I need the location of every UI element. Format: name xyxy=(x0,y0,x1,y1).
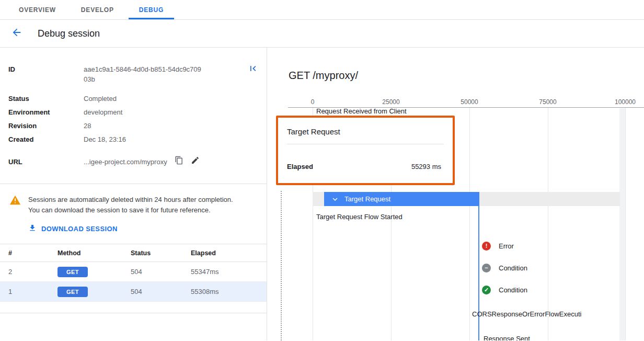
collapse-panel-button[interactable] xyxy=(248,63,258,76)
field-url-value: ...igee-project.com/myproxy xyxy=(84,157,167,167)
field-created-value: Dec 18, 23:16 xyxy=(84,134,126,144)
retention-notice: Sessions are automatically deleted withi… xyxy=(0,184,267,244)
field-environment: Environment development xyxy=(8,107,258,117)
flow-started-label: Target Request Flow Started xyxy=(316,213,402,221)
legend-condition-skipped: − Condition xyxy=(482,264,527,272)
chevron-down-icon xyxy=(330,195,340,204)
retention-notice-text: Sessions are automatically deleted withi… xyxy=(28,195,244,215)
col-elapsed: Elapsed xyxy=(191,249,258,257)
axis-tick-0: 0 xyxy=(311,98,315,106)
row-elapsed: 55308ms xyxy=(191,288,258,295)
tab-overview-label: OVERVIEW xyxy=(19,6,56,14)
row-status: 504 xyxy=(131,268,191,276)
error-icon: ! xyxy=(482,242,491,251)
top-tab-bar: OVERVIEW DEVELOP DEBUG xyxy=(0,0,644,20)
row-status: 504 xyxy=(131,288,191,295)
legend-error: ! Error xyxy=(482,242,514,251)
method-badge: GET xyxy=(58,287,88,297)
trace-scrollbar[interactable] xyxy=(619,108,625,340)
legend-condition-passed-label: Condition xyxy=(499,286,527,294)
callout-elapsed-value: 55293 ms xyxy=(411,163,441,170)
copy-icon xyxy=(175,156,183,167)
axis-tick-100000: 100000 xyxy=(615,98,636,106)
tab-debug-label: DEBUG xyxy=(139,6,164,14)
phase-bar-label: Target Request xyxy=(344,195,390,203)
response-sent-label: Response Sent xyxy=(484,335,530,340)
axis-tick-50000: 50000 xyxy=(461,98,478,106)
row-elapsed: 55347ms xyxy=(191,268,258,276)
session-panel: ID aae1c9a1-5846-4d0d-b851-54dc9c70903b … xyxy=(0,48,267,340)
col-method: Method xyxy=(58,249,131,257)
page-title: Debug session xyxy=(38,28,100,39)
axis-tick-75000: 75000 xyxy=(539,98,556,106)
field-id: ID aae1c9a1-5846-4d0d-b851-54dc9c70903b xyxy=(8,64,258,84)
field-revision-label: Revision xyxy=(8,121,84,131)
trace-panel: GET /myproxy/ 0 25000 50000 75000 100000… xyxy=(267,48,644,340)
cors-flow-label: CORSResponseOrErrorFlowExecuti xyxy=(472,310,582,318)
download-session-button[interactable]: DOWNLOAD SESSION xyxy=(28,224,118,234)
pencil-icon xyxy=(191,156,200,167)
target-request-phase-bar[interactable]: Target Request xyxy=(324,192,479,206)
field-environment-label: Environment xyxy=(8,107,84,117)
request-received-label: Request Received from Client xyxy=(316,107,407,115)
gridline xyxy=(548,108,548,340)
copy-url-button[interactable] xyxy=(175,156,183,167)
collapse-left-icon xyxy=(248,66,258,75)
legend-condition-passed: ✓ Condition xyxy=(482,286,527,294)
download-icon xyxy=(28,224,37,234)
gridline xyxy=(625,108,626,340)
gridline xyxy=(469,108,470,340)
tab-overview[interactable]: OVERVIEW xyxy=(6,0,68,19)
col-number: # xyxy=(8,249,58,257)
field-created-label: Created xyxy=(8,134,84,144)
callout-title: Target Request xyxy=(287,127,340,136)
field-id-label: ID xyxy=(8,64,84,84)
page-header: Debug session xyxy=(0,20,644,48)
transactions-table-header: # Method Status Elapsed xyxy=(0,244,267,262)
arrow-back-icon xyxy=(11,27,22,40)
method-badge: GET xyxy=(58,267,88,277)
trace-dotted-spine xyxy=(281,191,282,340)
tab-develop[interactable]: DEVELOP xyxy=(68,0,126,19)
callout-elapsed-label: Elapsed xyxy=(287,163,313,170)
warning-icon xyxy=(9,195,21,215)
back-button[interactable] xyxy=(9,26,24,41)
col-status: Status xyxy=(131,249,191,257)
tab-develop-label: DEVELOP xyxy=(81,6,114,14)
condition-passed-icon: ✓ xyxy=(482,286,491,294)
field-revision: Revision 28 xyxy=(8,121,258,131)
field-url-label: URL xyxy=(8,157,84,167)
field-url: URL ...igee-project.com/myproxy xyxy=(8,156,258,167)
trace-title: GET /myproxy/ xyxy=(289,70,358,82)
table-row[interactable]: 2 GET 504 55347ms xyxy=(0,262,267,282)
legend-condition-skipped-label: Condition xyxy=(499,264,527,272)
field-status-label: Status xyxy=(8,94,84,104)
session-info: ID aae1c9a1-5846-4d0d-b851-54dc9c70903b … xyxy=(0,48,267,184)
divider xyxy=(287,144,444,144)
row-number: 1 xyxy=(8,288,58,295)
condition-skipped-icon: − xyxy=(482,264,491,272)
field-id-value: aae1c9a1-5846-4d0d-b851-54dc9c70903b xyxy=(84,64,205,84)
phase-end-marker xyxy=(478,199,479,340)
table-footer xyxy=(0,302,267,313)
field-status-value: Completed xyxy=(84,94,117,104)
field-environment-value: development xyxy=(84,107,122,117)
field-status: Status Completed xyxy=(8,94,258,104)
field-revision-value: 28 xyxy=(84,121,91,131)
table-row[interactable]: 1 GET 504 55308ms xyxy=(0,282,267,302)
field-created: Created Dec 18, 23:16 xyxy=(8,134,258,144)
download-session-label: DOWNLOAD SESSION xyxy=(41,225,118,233)
target-request-callout: Target Request Elapsed 55293 ms xyxy=(276,116,455,185)
legend-error-label: Error xyxy=(499,242,514,250)
tab-debug[interactable]: DEBUG xyxy=(126,0,176,19)
edit-url-button[interactable] xyxy=(191,156,200,167)
row-number: 2 xyxy=(8,268,58,276)
axis-tick-25000: 25000 xyxy=(382,98,399,106)
